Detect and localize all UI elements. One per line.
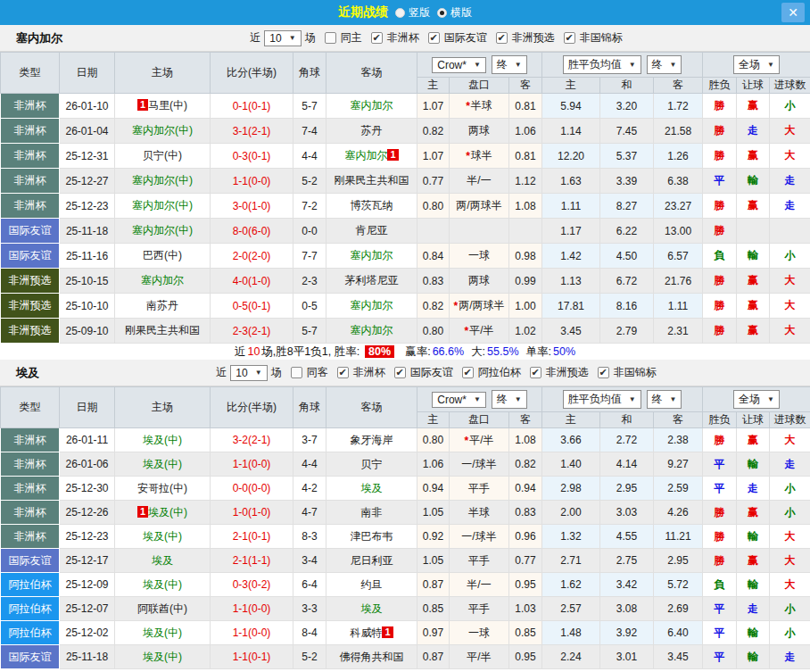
dropdown-arrow-icon: ▼ <box>629 61 636 69</box>
fulltime-select[interactable]: 全场▼ <box>733 390 780 409</box>
col-avg-draw: 和 <box>600 78 654 94</box>
titlebar: 近期战绩 竖版 横版 ✕ <box>0 0 810 25</box>
home-team: 阿联酋(中) <box>115 597 211 621</box>
home-odds: 0.94 <box>417 477 450 501</box>
team-label: 佛得角共和国 <box>340 651 404 663</box>
handicap-line: 一/球半 <box>450 525 509 549</box>
avg-select[interactable]: 胜平负均值▼ <box>563 55 641 74</box>
result-flag: 平 <box>703 645 737 669</box>
handicap-result-flag: 走 <box>737 597 770 621</box>
same-home-checkbox[interactable] <box>325 32 336 44</box>
away-odds: 0.82 <box>509 452 542 477</box>
result-flag: 勝 <box>703 319 737 344</box>
team-label: 埃及 <box>361 602 383 615</box>
odds-stage-select[interactable]: 终▼ <box>492 55 527 74</box>
bookmaker-select[interactable]: Crow*▼ <box>432 57 486 73</box>
handicap-line: 两/两球半 <box>450 194 509 219</box>
radio-horizontal-label: 横版 <box>450 5 472 21</box>
away-team: 约旦 <box>326 573 417 597</box>
away-odds: 1.03 <box>509 597 542 621</box>
corner-score: 0-5 <box>293 294 326 319</box>
home-odds: 0.83 <box>417 269 450 294</box>
avg-select[interactable]: 胜平负均值▼ <box>563 390 641 409</box>
dropdown-arrow-icon: ▼ <box>474 61 481 69</box>
result-flag: 勝 <box>703 194 737 219</box>
home-team: 南苏丹 <box>115 294 211 319</box>
match-date: 25-11-18 <box>60 645 115 669</box>
radio-selected-icon[interactable] <box>437 8 447 18</box>
away-odds: 0.83 <box>509 501 542 525</box>
match-date: 25-12-27 <box>60 169 115 194</box>
home-odds: 1.07 <box>417 144 450 169</box>
team-label: 塞内加尔(中) <box>132 199 193 212</box>
result-flag: 勝 <box>703 549 737 573</box>
cup-checkbox-checked-icon[interactable]: ✔ <box>598 367 609 378</box>
team-label: 埃及 <box>361 482 383 494</box>
radio-unselected-icon[interactable] <box>395 8 405 18</box>
cup-checkbox-checked-icon[interactable]: ✔ <box>371 32 383 44</box>
avg-draw: 8.16 <box>600 294 654 319</box>
avg-dropdown-group: 胜平负均值▼ 终▼ <box>542 387 703 412</box>
away-team: 茅利塔尼亚 <box>326 269 417 294</box>
cup-checkbox-checked-icon[interactable]: ✔ <box>530 367 541 378</box>
match-type-badge: 非洲预选 <box>1 269 60 294</box>
match-score: 3-1(2-1) <box>211 119 293 144</box>
handicap-result-flag: 赢 <box>737 501 770 525</box>
match-date: 25-11-16 <box>60 244 115 269</box>
cup-checkbox-checked-icon[interactable]: ✔ <box>394 367 406 378</box>
match-score: 2-1(0-1) <box>211 525 293 549</box>
dropdown-arrow-icon: ▼ <box>515 395 522 403</box>
handicap-result-flag <box>737 219 770 244</box>
home-team: 巴西(中) <box>115 244 211 269</box>
match-type-badge: 非洲杯 <box>1 144 60 169</box>
avg-stage-select[interactable]: 终▼ <box>647 390 682 409</box>
cup-checkbox-checked-icon[interactable]: ✔ <box>496 32 508 44</box>
avg-away: 2.95 <box>654 549 703 573</box>
col-avg-home: 主 <box>542 412 600 428</box>
match-row: 非洲预选25-10-10南苏丹0-5(0-1)0-5塞内加尔0.82*两/两球半… <box>1 294 810 319</box>
match-score: 3-0(1-0) <box>211 194 293 219</box>
avg-draw: 8.27 <box>600 194 654 219</box>
cup-checkbox-checked-icon[interactable]: ✔ <box>428 32 440 44</box>
match-score: 1-1(0-0) <box>211 597 293 621</box>
home-team: 埃及(中) <box>115 645 211 669</box>
same-away-checkbox[interactable] <box>291 367 302 378</box>
close-icon[interactable]: ✕ <box>781 3 805 22</box>
avg-home: 3.45 <box>542 319 600 344</box>
team-label: 埃及(中) <box>143 530 182 543</box>
bookmaker-select[interactable]: Crow*▼ <box>432 392 486 408</box>
odds-stage-select[interactable]: 终▼ <box>492 390 527 409</box>
handicap-line: 一球 <box>450 621 509 645</box>
cup-checkbox-checked-icon[interactable]: ✔ <box>564 32 575 44</box>
handicap-line: *平/半 <box>450 428 509 452</box>
goals-result-flag: 小 <box>770 597 810 621</box>
cup-checkbox-checked-icon[interactable]: ✔ <box>337 367 349 378</box>
goals-result-flag: 大 <box>770 119 810 144</box>
recent-count-value: 10 <box>269 32 281 45</box>
avg-draw: 4.50 <box>600 244 654 269</box>
avg-stage-select[interactable]: 终▼ <box>647 55 682 74</box>
avg-home: 12.20 <box>542 144 600 169</box>
match-score: 0-3(0-2) <box>211 573 293 597</box>
recent-count-select[interactable]: 10 ▼ <box>230 365 267 381</box>
result-flag: 平 <box>703 169 737 194</box>
dropdown-arrow-icon: ▼ <box>767 61 774 69</box>
avg-draw: 2.79 <box>600 319 654 344</box>
summary-label: 大: <box>471 344 485 360</box>
away-team: 象牙海岸 <box>326 428 417 452</box>
fulltime-select[interactable]: 全场▼ <box>733 55 780 74</box>
result-flag: 負 <box>703 573 737 597</box>
handicap-result-flag: 走 <box>737 477 770 501</box>
summary-value: 66.6% <box>433 345 464 358</box>
match-date: 25-12-26 <box>60 501 115 525</box>
recent-count-select[interactable]: 10 ▼ <box>264 30 301 46</box>
cup-checkbox-checked-icon[interactable]: ✔ <box>462 367 474 378</box>
team-label: 贝宁 <box>361 458 383 470</box>
layout-radio-horizontal[interactable]: 横版 <box>437 5 472 21</box>
avg-away: 4.26 <box>654 501 703 525</box>
match-row: 非洲预选25-09-10刚果民主共和国2-3(2-1)5-7塞内加尔0.80*平… <box>1 319 810 344</box>
result-flag: 平 <box>703 597 737 621</box>
home-odds: 0.82 <box>417 119 450 144</box>
filter-bar: 近 10 ▼ 场 同主 ✔ 非洲杯 ✔ 国际友谊 ✔ 非洲预选 ✔ 非国锦标 <box>250 30 622 46</box>
layout-radio-vertical[interactable]: 竖版 <box>395 5 430 21</box>
